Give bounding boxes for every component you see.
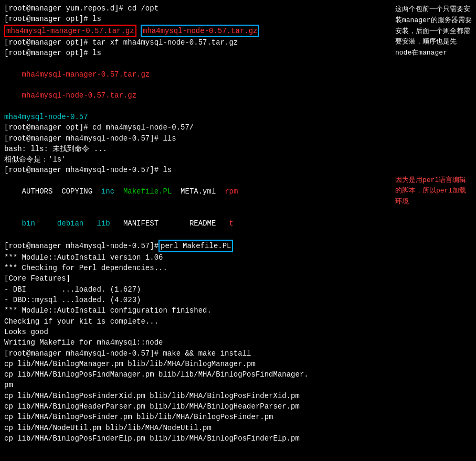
dbd-line: - DBD::mysql ...loaded. (4.023): [4, 295, 388, 305]
ls-red-manager: mha4mysql-manager-0.57.tar.gz: [22, 70, 150, 79]
perl-cmd-boxed: perl Makefile.PL: [158, 240, 233, 252]
ls-cyan-dir: mha4mysql-node-0.57: [4, 112, 388, 122]
cp-pm-continuation: pm: [4, 380, 388, 390]
ls-output-line: mha4mysql-manager-0.57.tar.gz mha4mysql-…: [4, 58, 388, 111]
cp-binlogposfinder: cp lib/MHA/BinlogPosFinder.pm blib/lib/M…: [4, 412, 388, 422]
looks-good: Looks good: [4, 327, 388, 337]
cmd-tar: [root@manager opt]# tar xf mha4mysql-nod…: [4, 37, 388, 48]
checking-kit: Checking if your kit is complete...: [4, 316, 388, 327]
cp-nodeutil: cp lib/MHA/NodeUtil.pm blib/lib/MHA/Node…: [4, 423, 388, 433]
cp-binlogposfinderxid: cp lib/MHA/BinlogPosFinderXid.pm blib/li…: [4, 391, 388, 401]
ls-node-row1: AUTHORS COPYING inc Makefile.PL META.yml…: [4, 176, 388, 208]
cp-binlogposfinderlp: cp lib/MHA/BinlogPosFinderElp.pm blib/li…: [4, 433, 388, 444]
bash-error: bash: lls: 未找到命令 ...: [4, 144, 388, 154]
cmd-make: [root@manager mha4mysql-node-0.57]# make…: [4, 348, 388, 359]
checking-perl: *** Checking for Perl dependencies...: [4, 263, 388, 273]
sidebar-note1: 这两个包前一个只需要安装manager的服务器需要安装，后面一个则全都需要安装，…: [395, 4, 473, 59]
dbi-line: - DBI ...loaded. (1.627): [4, 284, 388, 295]
cp-binlogheaderparser: cp lib/MHA/BinlogHeaderParser.pm blib/li…: [4, 401, 388, 412]
cmd-ls2: [root@manager opt]# ls: [4, 48, 388, 58]
perl-cmd-row: [root@manager mha4mysql-node-0.57]# perl…: [4, 240, 388, 252]
file-node-tar: mha4mysql-node-0.57.tar.gz: [141, 25, 259, 37]
cmd-cd-node: [root@manager opt]# cd mha4mysql-node-0.…: [4, 122, 388, 133]
cp-binlogmanager: cp lib/MHA/BinlogManager.pm blib/lib/MHA…: [4, 359, 388, 369]
similar-cmd: 相似命令是：'ls': [4, 154, 388, 165]
sidebar-annotations: 这两个包前一个只需要安装manager的服务器需要安装，后面一个则全都需要安装，…: [392, 0, 476, 461]
config-finished: *** Module::AutoInstall configuration fi…: [4, 305, 388, 316]
terminal-area: [root@manager yum.repos.d]# cd /opt [roo…: [0, 0, 392, 461]
ls-boxed-row: mha4mysql-manager-0.57.tar.gz mha4mysql-…: [4, 25, 388, 37]
core-features: [Core Features]: [4, 273, 388, 284]
cmd-line-1: [root@manager yum.repos.d]# cd /opt: [4, 3, 388, 14]
cmd-ls3: [root@manager mha4mysql-node-0.57]# ls: [4, 165, 388, 175]
ls-red-node: mha4mysql-node-0.57.tar.gz: [22, 91, 136, 100]
module-autoinstall: *** Module::AutoInstall version 1.06: [4, 252, 388, 263]
cmd-line-2: [root@manager opt]# ls: [4, 14, 388, 24]
writing-makefile: Writing Makefile for mha4mysql::node: [4, 337, 388, 348]
cp-binlogposfindmanager: cp lib/MHA/BinlogPosFindManager.pm blib/…: [4, 369, 388, 380]
ls-node-row2: bin debian lib MANIFEST README t: [4, 208, 388, 240]
sidebar-note2: 因为是用perl语言编辑的脚本，所以perl加载环境: [395, 175, 473, 208]
file-manager-tar: mha4mysql-manager-0.57.tar.gz: [4, 25, 136, 37]
cmd-lls: [root@manager mha4mysql-node-0.57]# lls: [4, 133, 388, 144]
